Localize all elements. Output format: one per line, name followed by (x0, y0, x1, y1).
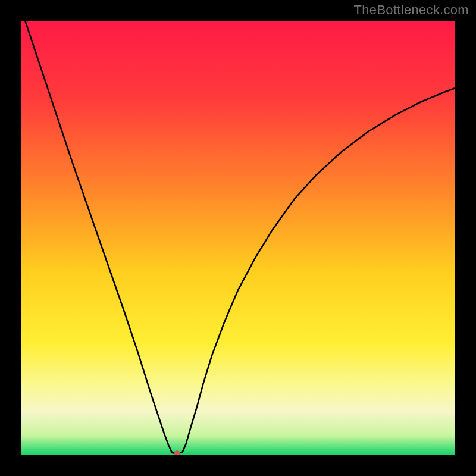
plot-area (21, 21, 455, 455)
chart-frame: TheBottleneck.com (0, 0, 476, 476)
watermark-text: TheBottleneck.com (354, 2, 469, 18)
svg-rect-0 (21, 21, 455, 455)
curve-chart (21, 21, 455, 455)
marker-dot (174, 450, 180, 455)
